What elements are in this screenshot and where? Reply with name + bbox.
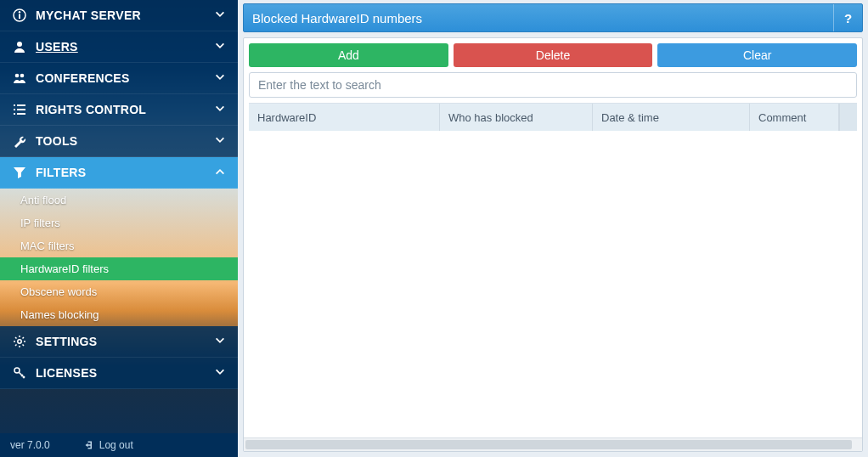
svg-point-5 bbox=[20, 74, 25, 78]
funnel-icon bbox=[12, 165, 27, 180]
logout-label: Log out bbox=[99, 439, 133, 451]
nav-item-licenses[interactable]: LICENSES bbox=[0, 358, 238, 389]
col-comment[interactable]: Comment bbox=[750, 104, 839, 131]
button-row: Add Delete Clear bbox=[249, 43, 857, 67]
page-title: Blocked HardwareID numbers bbox=[244, 11, 833, 25]
search-input[interactable] bbox=[249, 72, 857, 98]
scrollbar-thumb[interactable] bbox=[245, 440, 852, 449]
col-datetime[interactable]: Date & time bbox=[593, 104, 750, 131]
col-spacer bbox=[839, 104, 857, 131]
svg-point-12 bbox=[18, 340, 21, 343]
group-icon bbox=[12, 71, 27, 86]
key-icon bbox=[12, 365, 27, 381]
nav-label: RIGHTS CONTROL bbox=[36, 103, 214, 116]
nav-label: SETTINGS bbox=[36, 335, 214, 348]
sub-item-label: Anti flood bbox=[20, 194, 66, 206]
sub-item-label: Names blocking bbox=[20, 308, 99, 321]
chevron-up-icon bbox=[214, 166, 228, 179]
list-icon bbox=[12, 102, 27, 117]
version-label: ver 7.0.0 bbox=[10, 439, 50, 451]
svg-point-2 bbox=[19, 11, 20, 13]
filters-subitems: Anti flood IP filters MAC filters Hardwa… bbox=[0, 189, 238, 326]
nav-label: MYCHAT SERVER bbox=[36, 8, 214, 22]
logout-button[interactable]: Log out bbox=[84, 439, 133, 451]
nav-label: USERS bbox=[36, 40, 214, 54]
nav-label: CONFERENCES bbox=[36, 71, 214, 85]
title-bar: Blocked HardwareID numbers ? bbox=[243, 3, 863, 32]
table-header: HardwareID Who has blocked Date & time C… bbox=[249, 104, 857, 131]
nav-item-conferences[interactable]: CONFERENCES bbox=[0, 63, 238, 94]
svg-point-3 bbox=[17, 42, 22, 47]
add-button[interactable]: Add bbox=[249, 43, 448, 67]
nav-item-users[interactable]: USERS bbox=[0, 31, 238, 63]
nav-label: LICENSES bbox=[36, 366, 214, 380]
horizontal-scrollbar[interactable] bbox=[244, 437, 862, 451]
sub-item-ip-filters[interactable]: IP filters bbox=[0, 212, 238, 234]
nav-item-filters[interactable]: FILTERS bbox=[0, 157, 238, 189]
wrench-icon bbox=[12, 133, 27, 149]
nav: MYCHAT SERVER USERS CONFERENCES RIGHTS C… bbox=[0, 0, 238, 433]
sub-item-label: MAC filters bbox=[20, 240, 75, 252]
svg-rect-1 bbox=[19, 14, 20, 20]
nav-item-mychat-server[interactable]: MYCHAT SERVER bbox=[0, 0, 238, 31]
sub-item-anti-flood[interactable]: Anti flood bbox=[0, 189, 238, 212]
nav-item-tools[interactable]: TOOLS bbox=[0, 126, 238, 157]
logout-icon bbox=[84, 440, 94, 450]
nav-item-rights-control[interactable]: RIGHTS CONTROL bbox=[0, 94, 238, 126]
chevron-down-icon bbox=[214, 366, 228, 380]
chevron-down-icon bbox=[214, 134, 228, 148]
footer: ver 7.0.0 Log out bbox=[0, 433, 238, 457]
chevron-down-icon bbox=[214, 71, 228, 85]
svg-point-4 bbox=[15, 74, 20, 78]
help-button[interactable]: ? bbox=[833, 4, 862, 31]
svg-rect-10 bbox=[14, 113, 15, 115]
col-who-blocked[interactable]: Who has blocked bbox=[440, 104, 593, 131]
svg-rect-6 bbox=[14, 104, 15, 106]
delete-button[interactable]: Delete bbox=[454, 43, 653, 67]
chevron-down-icon bbox=[214, 335, 228, 348]
sub-item-label: Obscene words bbox=[20, 285, 97, 298]
table: HardwareID Who has blocked Date & time C… bbox=[249, 103, 857, 437]
nav-label: TOOLS bbox=[36, 134, 214, 148]
panel: Add Delete Clear HardwareID Who has bloc… bbox=[243, 37, 863, 452]
info-icon bbox=[12, 8, 27, 23]
sub-item-mac-filters[interactable]: MAC filters bbox=[0, 234, 238, 257]
user-icon bbox=[12, 39, 27, 54]
table-body bbox=[249, 131, 857, 437]
main: Blocked HardwareID numbers ? Add Delete … bbox=[238, 0, 868, 457]
sub-item-hardwareid-filters[interactable]: HardwareID filters bbox=[0, 257, 238, 280]
chevron-down-icon bbox=[214, 40, 228, 54]
chevron-down-icon bbox=[214, 8, 228, 22]
gears-icon bbox=[12, 334, 27, 349]
sub-item-label: IP filters bbox=[20, 217, 60, 229]
sub-item-label: HardwareID filters bbox=[20, 262, 109, 275]
svg-rect-9 bbox=[17, 109, 25, 110]
col-hardwareid[interactable]: HardwareID bbox=[249, 104, 440, 131]
svg-rect-7 bbox=[17, 104, 25, 106]
nav-label: FILTERS bbox=[36, 166, 214, 179]
svg-rect-11 bbox=[17, 113, 25, 115]
clear-button[interactable]: Clear bbox=[657, 43, 857, 67]
sidebar: MYCHAT SERVER USERS CONFERENCES RIGHTS C… bbox=[0, 0, 238, 457]
sub-item-names-blocking[interactable]: Names blocking bbox=[0, 303, 238, 326]
nav-item-settings[interactable]: SETTINGS bbox=[0, 326, 238, 358]
sub-item-obscene-words[interactable]: Obscene words bbox=[0, 280, 238, 303]
svg-rect-8 bbox=[14, 109, 15, 110]
chevron-down-icon bbox=[214, 103, 228, 116]
